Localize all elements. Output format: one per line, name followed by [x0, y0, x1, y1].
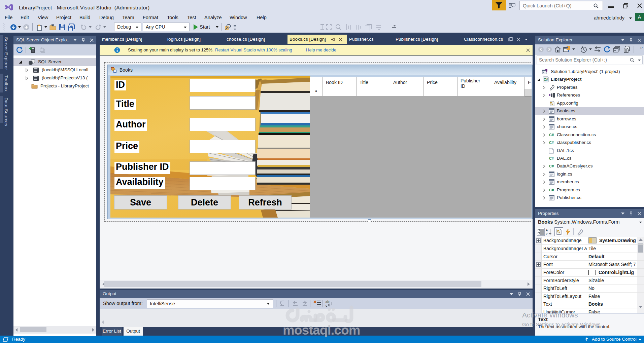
svg-text:C#: C# [549, 156, 554, 160]
svg-text:C#: C# [549, 164, 554, 168]
svg-text:C#: C# [544, 78, 548, 81]
svg-text:C#: C# [549, 133, 554, 137]
svg-text:ab: ab [326, 300, 330, 304]
svg-text:C#: C# [549, 188, 554, 192]
svg-text:A: A [546, 229, 548, 232]
svg-text:C#: C# [549, 141, 554, 145]
svg-text:Z: Z [546, 232, 548, 236]
